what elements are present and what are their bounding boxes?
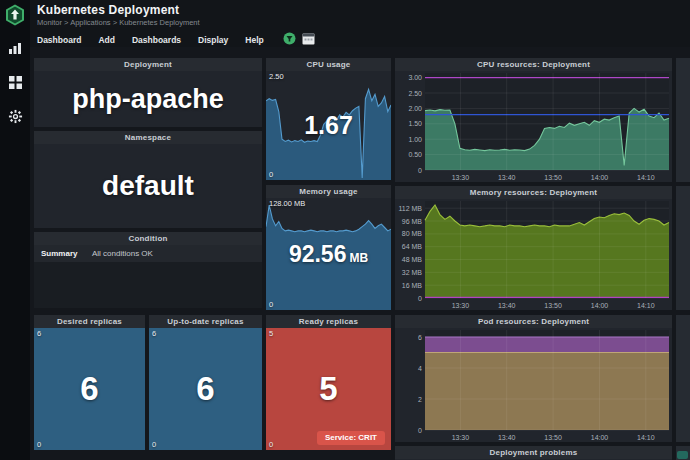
pod-resources-chart[interactable]: 024613:3013:4013:5014:0014:10	[395, 328, 672, 442]
svg-text:0.50: 0.50	[408, 151, 422, 158]
svg-text:2: 2	[418, 396, 422, 403]
customize-icon[interactable]	[7, 74, 23, 90]
cropped-panel-sliver	[676, 58, 690, 182]
memory-usage-unit: MB	[349, 243, 368, 265]
svg-text:32 MB: 32 MB	[402, 269, 423, 276]
monitor-icon[interactable]	[7, 40, 23, 56]
namespace-panel: Namespace default	[34, 131, 262, 228]
uptodate-replicas-min-label: 0	[152, 440, 156, 449]
svg-text:1.50: 1.50	[408, 120, 422, 127]
deployment-panel: Deployment php-apache	[34, 58, 262, 127]
desired-replicas-title: Desired replicas	[34, 315, 145, 328]
page-title: Kubernetes Deployment	[37, 3, 690, 17]
cpu-resources-chart[interactable]: 00.501.001.502.002.503.0013:3013:4013:50…	[395, 71, 672, 182]
svg-text:0: 0	[418, 295, 422, 302]
svg-text:64 MB: 64 MB	[402, 243, 423, 250]
condition-panel-empty	[34, 262, 262, 308]
svg-text:3.00: 3.00	[408, 74, 422, 81]
memory-resources-chart[interactable]: 016 MB32 MB48 MB64 MB80 MB96 MB112 MB13:…	[395, 199, 672, 310]
menu-item-dashboards[interactable]: Dashboards	[132, 35, 181, 45]
memory-resources-panel: Memory resources: Deployment 016 MB32 MB…	[395, 186, 672, 310]
calendar-icon[interactable]	[302, 31, 315, 49]
svg-text:0: 0	[418, 167, 422, 174]
svg-text:14:00: 14:00	[591, 302, 609, 309]
svg-text:16 MB: 16 MB	[402, 282, 423, 289]
cropped-panel-sliver	[676, 315, 690, 442]
svg-text:14:00: 14:00	[591, 434, 609, 441]
cpu-resources-panel: CPU resources: Deployment 00.501.001.502…	[395, 58, 672, 182]
pod-resources-panel: Pod resources: Deployment 024613:3013:40…	[395, 315, 672, 442]
namespace-value: default	[34, 144, 262, 228]
deployment-problems-panel: Deployment problems	[395, 446, 672, 460]
svg-text:2.00: 2.00	[408, 105, 422, 112]
svg-text:14:10: 14:10	[637, 302, 655, 309]
deployment-name-value: php-apache	[34, 71, 262, 127]
menu-item-add[interactable]: Add	[98, 35, 115, 45]
dashboard-page: { "app": { "title": "Kubernetes Deployme…	[0, 0, 690, 460]
memory-usage-panel: Memory usage 128.00 MB 0 92.56 MB	[266, 185, 391, 310]
namespace-panel-title: Namespace	[34, 131, 262, 144]
uptodate-replicas-value: 6	[149, 328, 262, 450]
desired-replicas-panel: Desired replicas 6 0 6	[34, 315, 145, 450]
cropped-panel-sliver	[676, 186, 690, 310]
ready-replicas-max-label: 5	[269, 329, 273, 338]
svg-text:48 MB: 48 MB	[402, 256, 423, 263]
deployment-problems-title: Deployment problems	[395, 446, 672, 459]
svg-text:80 MB: 80 MB	[402, 230, 423, 237]
menu-bar: Dashboard Add Dashboards Display Help	[30, 29, 690, 51]
pod-resources-title: Pod resources: Deployment	[395, 315, 672, 328]
ready-replicas-panel: Ready replicas 5 0 5 Service: CRIT	[266, 315, 391, 450]
corner-widget[interactable]	[677, 451, 688, 459]
memory-usage-min-label: 0	[269, 300, 273, 309]
memory-usage-value: 92.56 MB	[266, 198, 391, 310]
svg-text:13:40: 13:40	[498, 302, 516, 309]
uptodate-replicas-title: Up-to-date replicas	[149, 315, 262, 328]
cpu-usage-max-label: 2.50	[269, 72, 284, 81]
service-crit-badge[interactable]: Service: CRIT	[317, 431, 385, 445]
menu-item-help[interactable]: Help	[245, 35, 263, 45]
svg-text:1.00: 1.00	[408, 136, 422, 143]
svg-text:112 MB: 112 MB	[398, 205, 422, 212]
svg-text:13:50: 13:50	[544, 302, 562, 309]
setup-gear-icon[interactable]	[7, 108, 23, 124]
condition-row-label: Summary	[34, 249, 92, 258]
svg-text:0: 0	[418, 427, 422, 434]
uptodate-replicas-max-label: 6	[152, 329, 156, 338]
memory-usage-number: 92.56	[289, 241, 347, 268]
nav-sidebar	[0, 0, 30, 460]
svg-text:13:40: 13:40	[498, 174, 516, 181]
cpu-resources-title: CPU resources: Deployment	[395, 58, 672, 71]
ready-replicas-min-label: 0	[269, 440, 273, 449]
ready-replicas-title: Ready replicas	[266, 315, 391, 328]
desired-replicas-max-label: 6	[37, 329, 41, 338]
condition-summary-row[interactable]: Summary All conditions OK	[34, 245, 262, 262]
svg-text:2.50: 2.50	[408, 90, 422, 97]
cpu-usage-value: 1.67	[266, 71, 391, 180]
svg-text:14:00: 14:00	[591, 174, 609, 181]
uptodate-replicas-panel: Up-to-date replicas 6 0 6	[149, 315, 262, 450]
svg-text:13:40: 13:40	[498, 434, 516, 441]
condition-row-value: All conditions OK	[92, 249, 153, 258]
svg-text:13:50: 13:50	[544, 434, 562, 441]
checkmk-logo-icon[interactable]	[4, 4, 26, 26]
memory-usage-max-label: 128.00 MB	[269, 199, 305, 208]
menu-item-display[interactable]: Display	[198, 35, 228, 45]
cpu-usage-min-label: 0	[269, 170, 273, 179]
svg-text:14:10: 14:10	[637, 434, 655, 441]
menu-item-dashboard[interactable]: Dashboard	[37, 35, 81, 45]
top-bar: Kubernetes Deployment Monitor > Applicat…	[30, 0, 690, 47]
cpu-usage-panel: CPU usage 2.50 0 1.67	[266, 58, 391, 180]
svg-text:13:50: 13:50	[544, 174, 562, 181]
breadcrumb: Monitor > Applications > Kubernetes Depl…	[37, 18, 690, 27]
svg-text:13:30: 13:30	[452, 302, 470, 309]
filter-icon[interactable]	[283, 31, 296, 49]
memory-resources-title: Memory resources: Deployment	[395, 186, 672, 199]
condition-panel: Condition Summary All conditions OK	[34, 232, 262, 308]
memory-usage-panel-title: Memory usage	[266, 185, 391, 198]
desired-replicas-min-label: 0	[37, 440, 41, 449]
svg-text:4: 4	[418, 365, 422, 372]
svg-text:96 MB: 96 MB	[402, 218, 423, 225]
svg-text:14:10: 14:10	[637, 174, 655, 181]
condition-panel-title: Condition	[34, 232, 262, 245]
cpu-usage-panel-title: CPU usage	[266, 58, 391, 71]
